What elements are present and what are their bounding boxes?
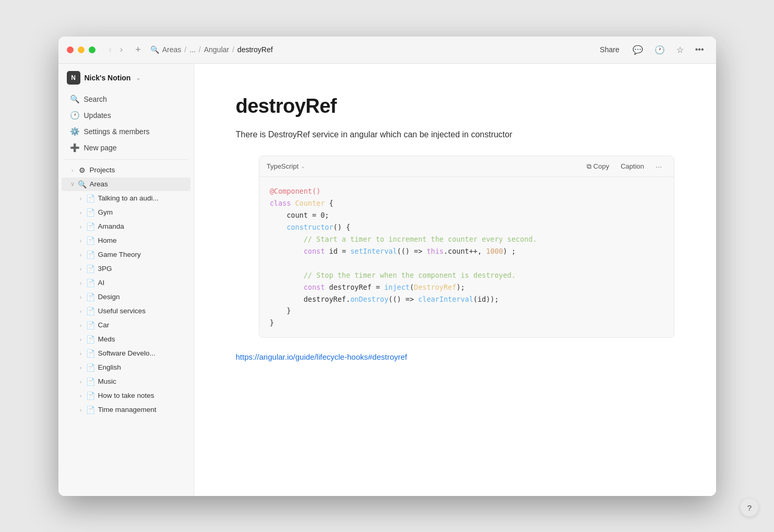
sidebar-item-meds[interactable]: › 📄 Meds bbox=[62, 333, 190, 346]
music-doc-icon: 📄 bbox=[86, 377, 96, 386]
car-doc-icon: 📄 bbox=[86, 321, 96, 329]
talking-expand-icon: › bbox=[76, 195, 86, 202]
sidebar-label-3pg: 3PG bbox=[98, 265, 112, 273]
game-theory-doc-icon: 📄 bbox=[86, 251, 96, 259]
sidebar-label-useful-services: Useful services bbox=[98, 307, 146, 315]
gym-doc-icon: 📄 bbox=[86, 208, 96, 217]
sidebar-item-useful-services[interactable]: › 📄 Useful services bbox=[62, 304, 190, 318]
comment-button[interactable]: 💬 bbox=[629, 43, 647, 57]
sidebar-label-music: Music bbox=[98, 377, 116, 385]
close-button[interactable] bbox=[67, 46, 74, 53]
history-button[interactable]: 🕐 bbox=[651, 43, 669, 57]
sidebar-item-settings[interactable]: ⚙️ Settings & members bbox=[62, 124, 190, 139]
sidebar-item-gym[interactable]: › 📄 Gym bbox=[62, 206, 190, 219]
sidebar-item-music[interactable]: › 📄 Music bbox=[62, 375, 190, 388]
code-block-wrapper: + ⠿ TypeScript ⌄ ⧉ Copy bbox=[236, 156, 674, 338]
help-button[interactable]: ? bbox=[741, 499, 758, 516]
search-icon: 🔍 bbox=[150, 45, 159, 54]
sidebar-item-how-to-take-notes[interactable]: › 📄 How to take notes bbox=[62, 389, 190, 403]
back-button[interactable]: ‹ bbox=[106, 43, 115, 56]
sidebar-label-time: Time management bbox=[98, 406, 157, 413]
car-expand-icon: › bbox=[76, 322, 86, 328]
sidebar-item-3pg[interactable]: › 📄 3PG bbox=[62, 262, 190, 276]
share-button[interactable]: Share bbox=[594, 43, 624, 56]
breadcrumb-ellipsis[interactable]: ... bbox=[189, 45, 196, 54]
home-expand-icon: › bbox=[76, 238, 86, 244]
add-block-button[interactable]: + bbox=[236, 161, 244, 172]
breadcrumb: 🔍 Areas / ... / Angular / destroyRef bbox=[150, 45, 273, 54]
breadcrumb-areas[interactable]: Areas bbox=[162, 45, 182, 54]
page-title: destroyRef bbox=[236, 95, 674, 117]
code-header: TypeScript ⌄ ⧉ Copy Caption ··· bbox=[259, 156, 674, 177]
sidebar-item-ai[interactable]: › 📄 AI bbox=[62, 276, 190, 290]
traffic-lights bbox=[67, 46, 96, 53]
lang-chevron-icon: ⌄ bbox=[301, 163, 305, 170]
sidebar-divider bbox=[64, 159, 188, 160]
sidebar-label-talking: Talking to an audi... bbox=[98, 194, 159, 202]
workspace-header[interactable]: N Nick's Notion ⌄ bbox=[58, 64, 194, 89]
sidebar-label-software: Software Develo... bbox=[98, 349, 156, 357]
sidebar-item-updates[interactable]: 🕐 Updates bbox=[62, 108, 190, 123]
code-header-actions: ⧉ Copy Caption ··· bbox=[582, 160, 666, 172]
sidebar-item-talking[interactable]: › 📄 Talking to an audi... bbox=[62, 192, 190, 205]
software-doc-icon: 📄 bbox=[86, 349, 96, 358]
design-doc-icon: 📄 bbox=[86, 293, 96, 301]
projects-expand-icon: › bbox=[68, 167, 77, 173]
sidebar-item-amanda[interactable]: › 📄 Amanda bbox=[62, 220, 190, 233]
music-expand-icon: › bbox=[76, 379, 86, 385]
sidebar-item-english[interactable]: › 📄 English bbox=[62, 361, 190, 374]
sidebar-item-car[interactable]: › 📄 Car bbox=[62, 318, 190, 332]
sidebar-item-design[interactable]: › 📄 Design bbox=[62, 290, 190, 304]
amanda-expand-icon: › bbox=[76, 223, 86, 230]
search-nav-label: Search bbox=[84, 95, 107, 103]
page-link[interactable]: https://angular.io/guide/lifecycle-hooks… bbox=[236, 352, 674, 361]
fullscreen-button[interactable] bbox=[89, 46, 96, 53]
sidebar-item-areas[interactable]: ∨ 🔍 Areas bbox=[62, 178, 190, 191]
sidebar-item-time-management[interactable]: › 📄 Time management bbox=[62, 403, 190, 417]
design-expand-icon: › bbox=[76, 294, 86, 300]
copy-button[interactable]: ⧉ Copy bbox=[582, 161, 613, 172]
sidebar-item-software-develo[interactable]: › 📄 Software Develo... bbox=[62, 347, 190, 360]
ai-expand-icon: › bbox=[76, 280, 86, 286]
minimize-button[interactable] bbox=[78, 46, 85, 53]
english-expand-icon: › bbox=[76, 364, 86, 371]
drag-handle-button[interactable]: ⠿ bbox=[245, 161, 255, 172]
sidebar-label-home: Home bbox=[98, 237, 117, 244]
settings-nav-label: Settings & members bbox=[84, 127, 150, 136]
3pg-doc-icon: 📄 bbox=[86, 265, 96, 273]
sidebar-item-search[interactable]: 🔍 Search bbox=[62, 91, 190, 107]
code-language-selector[interactable]: TypeScript ⌄ bbox=[267, 162, 305, 170]
home-doc-icon: 📄 bbox=[86, 237, 96, 245]
sidebar-item-home[interactable]: › 📄 Home bbox=[62, 234, 190, 247]
page-description: There is DestroyRef service in angular w… bbox=[236, 128, 674, 141]
more-button[interactable]: ••• bbox=[692, 43, 708, 56]
new-page-label: New page bbox=[84, 144, 117, 152]
forward-button[interactable]: › bbox=[117, 43, 126, 56]
sidebar-item-game-theory[interactable]: › 📄 Game Theory bbox=[62, 248, 190, 262]
sidebar-label-game-theory: Game Theory bbox=[98, 251, 141, 258]
areas-icon: 🔍 bbox=[77, 180, 88, 188]
sidebar-label-projects: Projects bbox=[90, 166, 115, 174]
sidebar-item-new-page[interactable]: ➕ New page bbox=[62, 140, 190, 156]
software-expand-icon: › bbox=[76, 350, 86, 357]
add-page-button[interactable]: + bbox=[132, 42, 144, 57]
search-nav-icon: 🔍 bbox=[70, 94, 80, 104]
code-block: TypeScript ⌄ ⧉ Copy Caption ··· bbox=[259, 156, 674, 338]
sidebar-label-car: Car bbox=[98, 321, 110, 329]
caption-label: Caption bbox=[621, 162, 644, 170]
breadcrumb-angular[interactable]: Angular bbox=[204, 45, 229, 54]
english-doc-icon: 📄 bbox=[86, 363, 96, 372]
sidebar: N Nick's Notion ⌄ 🔍 Search 🕐 Updates ⚙️ … bbox=[58, 64, 194, 496]
page-content: destroyRef There is DestroyRef service i… bbox=[194, 64, 716, 496]
caption-button[interactable]: Caption bbox=[616, 161, 648, 172]
settings-nav-icon: ⚙️ bbox=[70, 127, 80, 136]
sidebar-item-projects[interactable]: › ⚙ Projects bbox=[62, 163, 190, 177]
gym-expand-icon: › bbox=[76, 209, 86, 216]
updates-nav-label: Updates bbox=[84, 111, 111, 120]
sidebar-label-english: English bbox=[98, 363, 121, 371]
star-button[interactable]: ☆ bbox=[673, 43, 687, 57]
sidebar-label-design: Design bbox=[98, 293, 120, 301]
code-more-button[interactable]: ··· bbox=[651, 160, 666, 172]
time-doc-icon: 📄 bbox=[86, 406, 96, 414]
app-window: ‹ › + 🔍 Areas / ... / Angular / destroyR… bbox=[58, 37, 716, 496]
